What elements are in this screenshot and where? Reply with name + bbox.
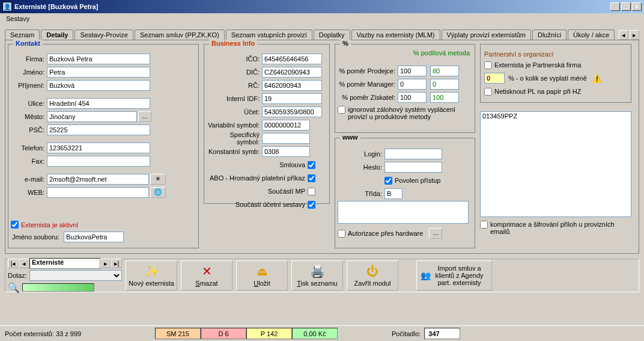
rc-input[interactable]	[262, 80, 322, 91]
zis-input1[interactable]	[398, 92, 427, 103]
partner-pct-input[interactable]	[484, 73, 505, 84]
soucmp-checkbox[interactable]	[308, 188, 315, 195]
abo-checkbox[interactable]	[308, 174, 315, 182]
heslo-label: Heslo:	[338, 164, 384, 171]
login-input[interactable]	[384, 149, 442, 159]
partfirma-checkbox[interactable]	[484, 61, 492, 69]
search-icon[interactable]: 🔍	[8, 282, 20, 293]
fieldset-kontakt: Kontakt Firma: Jméno: Příjmení: Ulice: M…	[8, 44, 199, 248]
prijmeni-label: Příjmení:	[11, 82, 47, 89]
close-button[interactable]: ×	[632, 2, 642, 11]
web-input[interactable]	[47, 187, 149, 198]
window-title: Externisté [Buzková Petra]	[14, 3, 610, 10]
smlouva-checkbox[interactable]	[308, 161, 315, 169]
ico-input[interactable]	[262, 54, 322, 64]
fieldset-pct: % % podílová metoda % poměr Prodejce: % …	[335, 44, 475, 133]
maximize-button[interactable]: □	[621, 2, 631, 11]
vs-label: Variabilní symbol:	[205, 121, 262, 129]
firma-input[interactable]	[47, 54, 150, 64]
tab-seznam[interactable]: Seznam	[5, 29, 40, 40]
nav-last[interactable]: ▸|	[111, 259, 122, 268]
jmsoub-input[interactable]	[64, 232, 124, 242]
tab-vstupni-provize[interactable]: Seznam vstupních provizí	[226, 29, 312, 40]
aktivni-label: Externista je aktivní	[21, 221, 78, 229]
tab-doplatky[interactable]: Doplatky	[314, 29, 350, 40]
status-p: P 142	[246, 328, 292, 339]
mesto-lookup-button[interactable]: ...	[138, 111, 151, 122]
tabscroll-right[interactable]: ▸	[630, 30, 639, 40]
import-button[interactable]: 👥 Import smluv a klientů z Agendy part. …	[416, 260, 492, 290]
netisk-checkbox[interactable]	[484, 88, 492, 96]
jmeno-input[interactable]	[47, 67, 150, 78]
import-label: Import smluv a klientů z Agendy part. ex…	[431, 265, 488, 286]
ulice-label: Ulice:	[11, 100, 47, 107]
tisk-button[interactable]: 🖨️ Tisk seznamu	[291, 260, 343, 290]
legend-www: www	[340, 134, 360, 141]
autoriz-dots-button[interactable]: ...	[429, 228, 442, 239]
nav-prev[interactable]: ◂	[19, 259, 29, 268]
email-input[interactable]	[47, 174, 149, 185]
man-input2[interactable]	[430, 79, 459, 90]
tab-detaily[interactable]: Detaily	[41, 29, 73, 40]
tab-vyplaty[interactable]: Výplaty provizí externistům	[442, 29, 531, 40]
man-input1[interactable]	[398, 79, 427, 90]
psc-input[interactable]	[47, 124, 150, 135]
smazat-button[interactable]: ✕ Smazat	[181, 260, 232, 290]
zavrit-button[interactable]: ⏻ Zavřít modul	[347, 260, 398, 290]
jmsoub-label: Jméno souboru:	[11, 233, 64, 241]
mesto-input[interactable]	[47, 111, 137, 122]
povolen-checkbox[interactable]	[384, 177, 392, 185]
tab-seznam-smluv[interactable]: Seznam smluv (PP,ZK,KO)	[135, 29, 225, 40]
autoriz-checkbox[interactable]	[338, 230, 345, 238]
man-label: % poměr Manager:	[338, 81, 398, 88]
warning-icon: ⚠️	[592, 73, 602, 83]
import-icon: 👥	[421, 271, 431, 280]
aktivni-checkbox[interactable]	[11, 221, 19, 229]
status-kc: 0,00 Kč	[292, 328, 338, 339]
idf-label: Interní IDF:	[205, 95, 262, 102]
tab-ukoly[interactable]: Úkoly / akce	[568, 29, 615, 40]
autoriz-label: Autorizace přes hardware	[348, 230, 423, 237]
printer-icon: 🖨️	[310, 264, 324, 278]
nav-first[interactable]: |◂	[8, 259, 19, 268]
zis-label: % poměr Získatel:	[338, 94, 398, 101]
ks-input[interactable]	[262, 146, 310, 157]
tab-sestavy-provize[interactable]: Sestavy-Provize	[74, 29, 133, 40]
menu-sestavy[interactable]: Sestavy	[2, 14, 33, 23]
ulozit-button[interactable]: ⏏ Uložit	[236, 260, 288, 290]
partner-list-item: 013459PPZ	[482, 112, 517, 120]
minimize-button[interactable]: _	[610, 2, 620, 11]
dotaz-label: Dotaz:	[8, 272, 29, 279]
idf-input[interactable]	[262, 93, 322, 104]
novy-button[interactable]: ✨ Nový externista	[126, 260, 177, 290]
telefon-input[interactable]	[47, 143, 150, 153]
trida-input[interactable]	[384, 188, 402, 199]
ulice-input[interactable]	[47, 98, 150, 109]
ucet-input[interactable]	[262, 106, 322, 117]
nav-next[interactable]: ▸	[100, 259, 111, 268]
www-note-textarea[interactable]	[338, 201, 469, 224]
prod-label: % poměr Prodejce:	[338, 67, 398, 75]
prijmeni-input[interactable]	[47, 80, 150, 91]
tab-vazby-mlm[interactable]: Vazby na externisty (MLM)	[351, 29, 440, 40]
fax-input[interactable]	[47, 156, 150, 167]
tab-dluznici[interactable]: Dlužníci	[532, 29, 567, 40]
email-weather-icon[interactable]: ☀	[150, 174, 166, 185]
dotaz-select[interactable]	[29, 270, 122, 281]
partner-listbox[interactable]	[480, 111, 631, 217]
pocitadlo-value: 347	[424, 328, 460, 339]
souc-checkbox[interactable]	[308, 201, 315, 209]
heslo-input[interactable]	[384, 162, 442, 173]
prod-input2[interactable]	[430, 66, 459, 76]
ss-input[interactable]	[262, 133, 310, 144]
nav-name: Externisté	[29, 258, 100, 269]
ignor-checkbox[interactable]	[338, 106, 345, 114]
zis-input2[interactable]	[430, 92, 459, 103]
web-browser-icon[interactable]: 🌐	[150, 187, 166, 198]
prod-input1[interactable]	[398, 66, 427, 76]
fieldset-partner: Partnerství s organizací Externista je P…	[480, 44, 631, 106]
vs-input[interactable]	[262, 120, 310, 131]
dic-input[interactable]	[262, 67, 322, 78]
komprim-checkbox[interactable]	[480, 221, 488, 229]
tabscroll-left[interactable]: ◂	[619, 30, 628, 40]
